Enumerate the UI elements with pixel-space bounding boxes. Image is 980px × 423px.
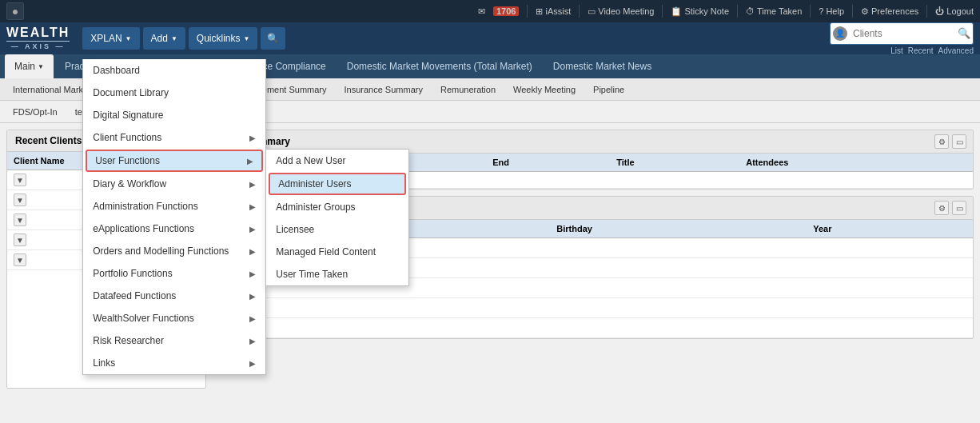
search-links: List Recent Advanced bbox=[890, 46, 974, 55]
menu-item-wealthsolver[interactable]: WealthSolver Functions ▶ bbox=[83, 307, 265, 329]
submenu-administer-users[interactable]: Administer Users bbox=[269, 173, 406, 195]
gear-icon: ⚙ bbox=[861, 6, 869, 17]
help-link[interactable]: ? Help bbox=[819, 6, 844, 16]
add-button[interactable]: Add ▼ bbox=[143, 27, 185, 50]
submenu-user-time-taken[interactable]: User Time Taken bbox=[266, 263, 408, 285]
submenu-arrow-icon-9: ▶ bbox=[249, 314, 256, 323]
menu-item-diary-workflow[interactable]: Diary & Workflow ▶ bbox=[83, 173, 265, 195]
birthday-settings-btn[interactable]: ⚙ bbox=[934, 201, 949, 215]
divider bbox=[527, 5, 528, 18]
menu-item-eapplications[interactable]: eApplications Functions ▶ bbox=[83, 217, 265, 240]
tab-domestic-market-news[interactable]: Domestic Market News bbox=[544, 54, 661, 78]
video-icon: ▭ bbox=[588, 6, 596, 17]
menu-item-admin-functions[interactable]: Administration Functions ▶ bbox=[83, 195, 265, 217]
divider bbox=[926, 5, 927, 18]
diary-collapse-btn[interactable]: ▭ bbox=[952, 134, 966, 149]
sticky-icon: 📋 bbox=[671, 6, 682, 17]
menu-item-links[interactable]: Links ▶ bbox=[83, 352, 265, 374]
email-badge[interactable]: 1706 bbox=[493, 6, 519, 16]
submenu-add-new-user[interactable]: Add a New User bbox=[266, 150, 408, 172]
submenu-arrow-icon-4: ▶ bbox=[249, 202, 256, 211]
menu-item-orders-modelling[interactable]: Orders and Modelling Functions ▶ bbox=[83, 240, 265, 262]
power-icon: ⏻ bbox=[935, 6, 944, 16]
iassist-icon: ⊞ bbox=[536, 6, 543, 17]
tab-remuneration[interactable]: Remuneration bbox=[432, 78, 504, 101]
quicklinks-arrow-icon: ▼ bbox=[244, 35, 250, 42]
diary-attendees-col: Attendees bbox=[739, 154, 973, 172]
sticky-note-link[interactable]: 📋 Sticky Note bbox=[671, 6, 729, 17]
tab-domestic-market-movements[interactable]: Domestic Market Movements (Total Market) bbox=[337, 54, 542, 78]
menu-item-portfolio-functions[interactable]: Portfolio Functions ▶ bbox=[83, 262, 265, 285]
row-expand-btn[interactable]: ▼ bbox=[14, 174, 26, 186]
video-meeting-link[interactable]: ▭ Video Meeting bbox=[588, 6, 654, 17]
client-search-input[interactable] bbox=[830, 22, 974, 45]
preferences-link[interactable]: ⚙ Preferences bbox=[861, 6, 918, 17]
menu-item-client-functions[interactable]: Client Functions ▶ bbox=[83, 126, 265, 149]
row-expand-btn[interactable]: ▼ bbox=[14, 194, 26, 206]
submenu-licensee[interactable]: Licensee bbox=[266, 218, 408, 241]
submenu-arrow-icon-8: ▶ bbox=[249, 292, 256, 301]
top-bar-left: ● bbox=[6, 2, 24, 20]
tab-weekly-meeting[interactable]: Weekly Meeting bbox=[505, 78, 584, 101]
submenu-arrow-icon-2: ▶ bbox=[247, 157, 253, 166]
divider bbox=[579, 5, 580, 18]
submenu-administer-groups[interactable]: Administer Groups bbox=[266, 196, 408, 218]
divider bbox=[810, 5, 811, 18]
submenu-arrow-icon: ▶ bbox=[249, 134, 256, 142]
diary-end-col: End bbox=[486, 154, 610, 172]
menu-item-user-functions[interactable]: User Functions ▶ bbox=[86, 150, 263, 172]
search-go-icon[interactable]: 🔍 bbox=[958, 27, 970, 39]
search-button[interactable]: 🔍 bbox=[261, 27, 285, 50]
tab-pipeline[interactable]: Pipeline bbox=[585, 78, 632, 101]
menu-item-document-library[interactable]: Document Library bbox=[83, 82, 265, 104]
menu-item-risk-researcher[interactable]: Risk Researcher ▶ bbox=[83, 329, 265, 352]
submenu-arrow-icon-6: ▶ bbox=[249, 247, 256, 256]
submenu-arrow-icon-5: ▶ bbox=[249, 225, 256, 233]
diary-summary-controls: ⚙ ▭ bbox=[934, 134, 966, 149]
quicklinks-button[interactable]: Quicklinks ▼ bbox=[189, 27, 258, 50]
row-expand-btn[interactable]: ▼ bbox=[14, 213, 26, 226]
avatar-icon: 👤 bbox=[833, 26, 847, 41]
birthday-collapse-btn[interactable]: ▭ bbox=[952, 201, 966, 215]
submenu-arrow-icon-11: ▶ bbox=[249, 359, 256, 368]
search-recent-link[interactable]: Recent bbox=[908, 46, 934, 55]
search-container: 👤 🔍 List Recent Advanced bbox=[830, 22, 974, 55]
top-bar: ● ✉ 1706 ⊞ iAssist ▭ Video Meeting 📋 Sti… bbox=[0, 0, 980, 22]
submenu-managed-field-content[interactable]: Managed Field Content bbox=[266, 241, 408, 263]
birthday-year-col: Year bbox=[807, 220, 973, 238]
top-bar-right: ✉ 1706 ⊞ iAssist ▭ Video Meeting 📋 Stick… bbox=[478, 5, 974, 18]
nav-bar: WEALTH — AXIS — XPLAN ▼ Dashboard Docume… bbox=[0, 22, 980, 54]
globe-icon: ● bbox=[6, 2, 24, 20]
time-taken-link[interactable]: ⏱ Time Taken bbox=[746, 6, 802, 16]
tab-main[interactable]: Main ▼ bbox=[5, 54, 54, 78]
email-icon: ✉ bbox=[478, 6, 485, 17]
logout-link[interactable]: ⏻ Logout bbox=[935, 6, 974, 16]
add-arrow-icon: ▼ bbox=[171, 35, 177, 42]
search-icon: 🔍 bbox=[267, 33, 279, 44]
menu-item-dashboard[interactable]: Dashboard bbox=[83, 59, 265, 82]
row-expand-btn[interactable]: ▼ bbox=[14, 253, 26, 266]
xplan-button[interactable]: XPLAN ▼ bbox=[82, 27, 139, 50]
tab-fds-opt-in[interactable]: FDS/Opt-In bbox=[5, 101, 66, 123]
submenu-arrow-icon-3: ▶ bbox=[249, 180, 256, 189]
time-icon: ⏱ bbox=[746, 6, 755, 16]
divider bbox=[852, 5, 853, 18]
search-input-wrapper: 👤 🔍 bbox=[830, 22, 974, 45]
divider bbox=[737, 5, 738, 18]
xplan-arrow-icon: ▼ bbox=[125, 35, 132, 42]
submenu-arrow-icon-10: ▶ bbox=[249, 337, 256, 345]
iassist-link[interactable]: ⊞ iAssist bbox=[536, 6, 571, 17]
xplan-menu-container[interactable]: XPLAN ▼ Dashboard Document Library Digit… bbox=[82, 27, 139, 50]
menu-item-digital-signature[interactable]: Digital Signature bbox=[83, 104, 265, 126]
logo-line1: WEALTH bbox=[6, 26, 70, 39]
diary-settings-btn[interactable]: ⚙ bbox=[934, 134, 949, 149]
tab-insurance-summary[interactable]: Insurance Summary bbox=[337, 78, 431, 101]
submenu-arrow-icon-7: ▶ bbox=[249, 269, 256, 278]
search-list-link[interactable]: List bbox=[890, 46, 903, 55]
table-row: ▼ bbox=[213, 298, 973, 318]
birthday-summary-controls: ⚙ ▭ bbox=[934, 201, 966, 215]
search-advanced-link[interactable]: Advanced bbox=[938, 46, 974, 55]
menu-item-datafeed-functions[interactable]: Datafeed Functions ▶ bbox=[83, 285, 265, 307]
row-expand-btn[interactable]: ▼ bbox=[14, 233, 26, 246]
diary-title-col: Title bbox=[610, 154, 739, 172]
